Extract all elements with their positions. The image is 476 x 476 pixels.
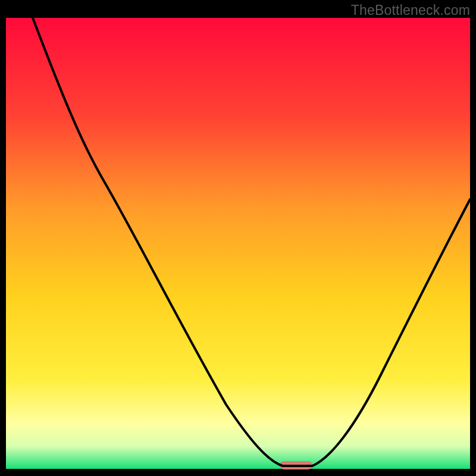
chart-container: TheBottleneck.com [0, 0, 476, 476]
plot-area [6, 18, 470, 469]
bottleneck-chart [0, 0, 476, 476]
watermark-text: TheBottleneck.com [351, 2, 470, 18]
